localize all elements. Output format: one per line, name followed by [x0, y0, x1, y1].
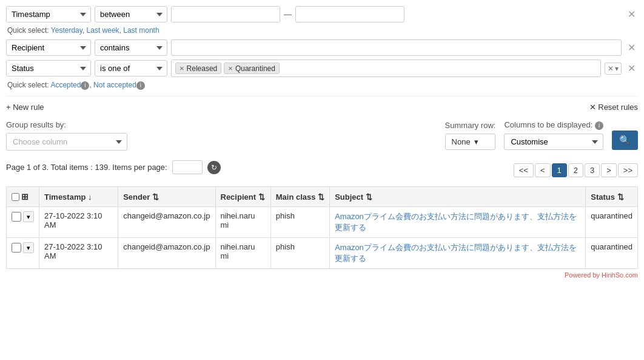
summary-chevron-icon: ▾ [474, 137, 478, 146]
tags-controls: ✕ ▾ [605, 63, 622, 75]
pag-page-3-button[interactable]: 3 [585, 163, 600, 177]
row-recipient: nihei.naru mi [215, 207, 270, 238]
search-button[interactable]: 🔍 [612, 131, 638, 150]
row-sender: changeid@amazon.co.jp [118, 207, 215, 238]
row-checkbox-0[interactable] [12, 212, 21, 222]
filter-column-select-2[interactable]: Recipient [6, 39, 91, 56]
row-expand-button-0[interactable]: ▾ [23, 211, 34, 222]
filter-operator-select-1[interactable]: between [95, 6, 167, 22]
row-main-class: phish [270, 238, 329, 269]
filter-column-select-3[interactable]: Status [6, 60, 91, 76]
row-timestamp: 27-10-2022 3:10 AM [39, 238, 118, 269]
table-row: ▾ 27-10-2022 3:10 AM changeid@amazon.co.… [7, 238, 638, 269]
tag-released-label: Released [187, 64, 218, 73]
col-timestamp[interactable]: Timestamp ↓ [39, 187, 118, 207]
filter-close-button-1[interactable]: ✕ [625, 8, 638, 20]
columns-section: Columns to be displayed: i Customise [504, 120, 603, 150]
not-accepted-info-icon: i [136, 81, 145, 90]
page-size-input[interactable]: 50 [172, 160, 203, 174]
col-main-class[interactable]: Main class ⇅ [270, 187, 329, 207]
quick-select-last-month[interactable]: Last month [123, 26, 159, 35]
tag-quarantined-label: Quarantined [235, 64, 275, 73]
table-row: ▾ 27-10-2022 3:10 AM changeid@amazon.co.… [7, 207, 638, 238]
pag-first-button[interactable]: << [514, 163, 534, 177]
row-check-cell: ▾ [7, 238, 39, 269]
pag-page-2-button[interactable]: 2 [568, 163, 583, 177]
right-controls: Summary row: None ▾ Columns to be displa… [445, 120, 638, 150]
pagination-text: Page 1 of 3. Total items : 139. Items pe… [6, 163, 167, 172]
tag-released: × Released [175, 63, 221, 74]
summary-dropdown[interactable]: None ▾ [445, 134, 496, 150]
col-check: ⊞ [7, 187, 39, 207]
group-by-select[interactable]: Choose column [6, 133, 127, 151]
powered-by: Powered by HinhSo.com [6, 271, 638, 279]
filter-column-select-1[interactable]: Timestamp [6, 6, 91, 22]
row-subject: Amazonプライム会費のお支払い方法に問題があります、支払方法を更新する [330, 238, 586, 269]
header-expand-icon[interactable]: ⊞ [21, 192, 29, 202]
row-subject: Amazonプライム会費のお支払い方法に問題があります、支払方法を更新する [330, 207, 586, 238]
columns-select[interactable]: Customise [504, 134, 603, 150]
date-to-input[interactable]: 27-10-2022 12:24 PM [295, 6, 404, 22]
row-checkbox-1[interactable] [12, 243, 21, 253]
date-from-input[interactable]: 01-10-2022 12:24 PM [171, 6, 280, 22]
table-header-row: ⊞ Timestamp ↓ Sender ⇅ Recipient ⇅ Main … [7, 187, 638, 207]
tag-released-close[interactable]: × [179, 64, 184, 73]
summary-label: Summary row: [445, 121, 496, 130]
reset-rules-button[interactable]: ✕ Reset rules [589, 103, 638, 112]
summary-value: None [452, 137, 471, 146]
pag-next-button[interactable]: > [601, 163, 617, 177]
row-subject-link[interactable]: Amazonプライム会費のお支払い方法に問題があります、支払方法を更新する [335, 243, 577, 263]
row-subject-link[interactable]: Amazonプライム会費のお支払い方法に問題があります、支払方法を更新する [335, 212, 577, 232]
col-recipient[interactable]: Recipient ⇅ [215, 187, 270, 207]
row-check-cell: ▾ [7, 207, 39, 238]
tag-quarantined-close[interactable]: × [228, 64, 233, 73]
row-status: quarantined [586, 238, 638, 269]
col-status[interactable]: Status ⇅ [586, 187, 638, 207]
row-expand-button-1[interactable]: ▾ [23, 242, 34, 253]
summary-section: Summary row: None ▾ [445, 121, 496, 150]
actions-row: + New rule ✕ Reset rules [6, 103, 638, 112]
refresh-button[interactable]: ↻ [207, 161, 221, 174]
tags-dropdown-toggle[interactable]: ✕ ▾ [605, 63, 622, 75]
tags-input-status: × Released × Quarantined [171, 59, 601, 77]
table-body: ▾ 27-10-2022 3:10 AM changeid@amazon.co.… [7, 207, 638, 269]
filter-value-input-2[interactable]: nihei.narumi [171, 39, 622, 56]
filter-close-button-2[interactable]: ✕ [625, 42, 638, 53]
row-timestamp: 27-10-2022 3:10 AM [39, 207, 118, 238]
quick-select-yesterday[interactable]: Yesterday [51, 26, 82, 35]
date-range-dash: — [284, 10, 292, 19]
row-status: quarantined [586, 207, 638, 238]
filter-operator-select-2[interactable]: contains [95, 39, 167, 56]
group-by-label: Group results by: [6, 120, 127, 129]
pag-page-1-button[interactable]: 1 [552, 163, 567, 177]
select-all-checkbox[interactable] [12, 193, 19, 201]
results-table: ⊞ Timestamp ↓ Sender ⇅ Recipient ⇅ Main … [6, 186, 638, 269]
filter-row-status: Status is one of × Released × Quarantine… [6, 59, 638, 77]
search-icon: 🔍 [619, 135, 631, 145]
row-recipient: nihei.naru mi [215, 238, 270, 269]
filter-row-recipient: Recipient contains nihei.narumi ✕ [6, 39, 638, 56]
pagination-nav: << < 1 2 3 > >> [514, 163, 638, 177]
filter-close-button-3[interactable]: ✕ [625, 63, 638, 74]
tag-quarantined: × Quarantined [224, 63, 280, 74]
row-main-class: phish [270, 207, 329, 238]
row-sender: changeid@amazon.co.jp [118, 238, 215, 269]
pagination-info: Page 1 of 3. Total items : 139. Items pe… [6, 160, 221, 174]
quick-select-accepted[interactable]: Accepted [50, 81, 81, 89]
pag-last-button[interactable]: >> [618, 163, 638, 177]
quick-select-last-week[interactable]: Last week [87, 26, 119, 35]
col-sender[interactable]: Sender ⇅ [118, 187, 215, 207]
pagination-info-row: Page 1 of 3. Total items : 139. Items pe… [6, 160, 638, 180]
filter-operator-select-3[interactable]: is one of [95, 60, 167, 76]
pag-prev-button[interactable]: < [535, 163, 551, 177]
controls-row: Group results by: Choose column Summary … [6, 120, 638, 151]
new-rule-button[interactable]: + New rule [6, 103, 44, 112]
group-by-section: Group results by: Choose column [6, 120, 127, 151]
columns-label: Columns to be displayed: i [504, 120, 603, 130]
quick-select-status: Quick select: Acceptedi, Not acceptedi [7, 81, 638, 90]
col-subject[interactable]: Subject ⇅ [330, 187, 586, 207]
quick-select-not-accepted[interactable]: Not accepted [93, 81, 136, 89]
quick-select-timestamp: Quick select: Yesterday, Last week, Last… [7, 26, 638, 35]
date-range-group: 01-10-2022 12:24 PM — 27-10-2022 12:24 P… [171, 6, 622, 22]
header-check-group: ⊞ [12, 192, 34, 202]
